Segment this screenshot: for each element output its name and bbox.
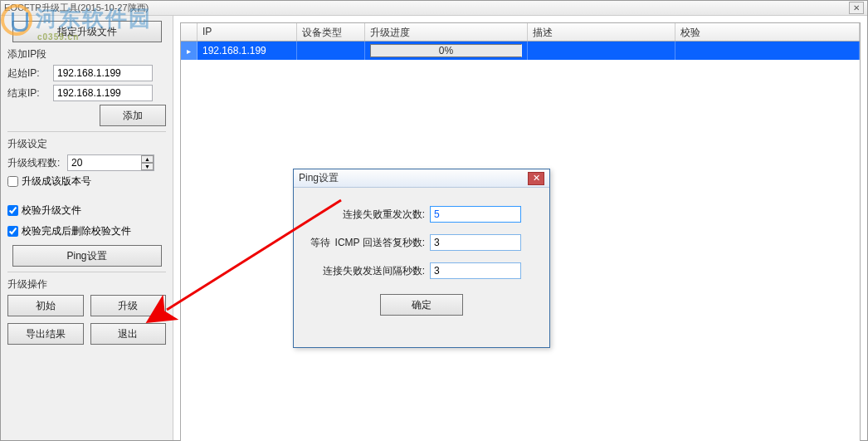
table-row[interactable]: 192.168.1.199 0% xyxy=(181,42,860,60)
add-ip-section: 添加IP段 起始IP: 结束IP: 添加 xyxy=(7,47,166,126)
divider xyxy=(7,131,166,132)
window-title: EOCFTP升级工具(2015-10-27陕西) xyxy=(4,2,149,14)
version-checkbox[interactable] xyxy=(7,176,18,187)
end-ip-label: 结束IP: xyxy=(7,86,53,100)
exit-button[interactable]: 退出 xyxy=(90,323,167,345)
retry-label: 连接失败重发次数: xyxy=(305,208,430,222)
window-close-button[interactable]: ✕ xyxy=(849,2,864,14)
titlebar[interactable]: EOCFTP升级工具(2015-10-27陕西) ✕ xyxy=(1,1,867,16)
col-ip-header[interactable]: IP xyxy=(197,23,297,41)
main-window: EOCFTP升级工具(2015-10-27陕西) ✕ 河东软件园 c0359.c… xyxy=(0,0,868,441)
thread-label: 升级线程数: xyxy=(7,156,67,170)
progress-value: 0% xyxy=(439,45,453,56)
progress-bar: 0% xyxy=(370,44,522,57)
cell-ip: 192.168.1.199 xyxy=(197,42,297,60)
ping-settings-button[interactable]: Ping设置 xyxy=(12,245,162,267)
spin-down-icon[interactable]: ▼ xyxy=(141,163,154,170)
close-icon: ✕ xyxy=(853,3,860,12)
upgrade-setting-section: 升级设定 升级线程数: ▲ ▼ 升级成该版本号 xyxy=(7,137,166,267)
upgrade-ops-section: 升级操作 初始 升级 导出结果 退出 xyxy=(7,277,166,345)
cell-progress: 0% xyxy=(365,42,528,60)
cell-type xyxy=(297,42,365,60)
add-ip-button[interactable]: 添加 xyxy=(100,105,166,126)
verify-checkbox-label: 校验升级文件 xyxy=(22,203,81,218)
verify-checkbox[interactable] xyxy=(7,205,18,216)
end-ip-input[interactable] xyxy=(53,85,153,101)
upgrade-setting-legend: 升级设定 xyxy=(7,137,166,151)
row-handle-icon xyxy=(181,42,197,60)
start-ip-label: 起始IP: xyxy=(7,66,53,81)
add-ip-legend: 添加IP段 xyxy=(7,47,166,61)
divider xyxy=(7,272,166,272)
version-checkbox-label: 升级成该版本号 xyxy=(22,174,91,189)
delete-verify-checkbox[interactable] xyxy=(7,226,18,237)
sidebar: 指定升级文件 添加IP段 起始IP: 结束IP: 添加 升级设定 xyxy=(1,16,173,440)
interval-input[interactable] xyxy=(430,262,521,279)
cell-desc xyxy=(528,42,675,60)
retry-input[interactable] xyxy=(430,206,521,223)
upgrade-button[interactable]: 升级 xyxy=(90,295,167,316)
start-ip-input[interactable] xyxy=(53,65,153,81)
dialog-titlebar[interactable]: Ping设置 ✕ xyxy=(294,169,549,188)
spin-up-icon[interactable]: ▲ xyxy=(141,155,154,163)
col-desc-header[interactable]: 描述 xyxy=(528,23,675,41)
close-icon: ✕ xyxy=(533,173,540,184)
upgrade-ops-legend: 升级操作 xyxy=(7,277,166,292)
export-button[interactable]: 导出结果 xyxy=(7,323,84,345)
icmp-label: 等待 ICMP 回送答复秒数: xyxy=(305,236,430,250)
col-check-header[interactable]: 校验 xyxy=(675,23,860,41)
dialog-close-button[interactable]: ✕ xyxy=(528,172,544,185)
col-progress-header[interactable]: 升级进度 xyxy=(365,23,528,41)
interval-label: 连接失败发送间隔秒数: xyxy=(305,264,430,278)
dialog-title: Ping设置 xyxy=(299,171,339,185)
init-button[interactable]: 初始 xyxy=(7,295,84,316)
dialog-ok-button[interactable]: 确定 xyxy=(380,294,463,316)
grid-header: IP 设备类型 升级进度 描述 校验 xyxy=(181,23,860,42)
row-handle-header xyxy=(181,23,197,41)
select-upgrade-file-button[interactable]: 指定升级文件 xyxy=(12,21,162,42)
ping-settings-dialog: Ping设置 ✕ 连接失败重发次数: 等待 ICMP 回送答复秒数: 连接失败发… xyxy=(293,169,550,348)
cell-check xyxy=(675,42,860,60)
icmp-input[interactable] xyxy=(430,234,521,251)
dialog-body: 连接失败重发次数: 等待 ICMP 回送答复秒数: 连接失败发送间隔秒数: 确定 xyxy=(294,188,549,324)
delete-verify-checkbox-label: 校验完成后删除校验文件 xyxy=(22,224,131,238)
col-type-header[interactable]: 设备类型 xyxy=(297,23,365,41)
